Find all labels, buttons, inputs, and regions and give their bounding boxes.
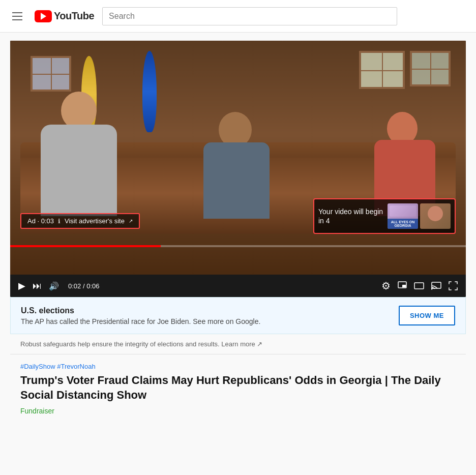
person-main-head	[61, 92, 97, 130]
video-title: Trump's Voter Fraud Claims May Hurt Repu…	[20, 373, 456, 402]
fundraiser-badge[interactable]: Fundraiser	[20, 407, 54, 415]
cast-button[interactable]	[431, 282, 441, 290]
header: YouTube	[0, 0, 476, 33]
ad-badge: Ad · 0:03 ℹ Visit advertiser's site ↗	[20, 213, 140, 229]
time-current: 0:02	[68, 282, 81, 290]
next-video-overlay[interactable]: Your video will begin in 4 ALL EYES ON G…	[313, 198, 456, 234]
hamburger-menu[interactable]	[8, 8, 26, 24]
ad-label: Ad · 0:03	[27, 217, 54, 225]
miniplayer-button[interactable]	[398, 281, 407, 290]
time-display: 0:02 / 0:06	[68, 282, 99, 290]
person-main-body	[41, 125, 117, 216]
search-input[interactable]	[102, 7, 397, 25]
person-mid	[203, 112, 270, 214]
person-main	[31, 92, 132, 224]
info-description: The AP has called the Presidential race …	[21, 317, 260, 325]
next-thumb-1: ALL EYES ON GEORGIA	[388, 203, 418, 229]
svg-rect-1	[402, 285, 406, 287]
video-scene[interactable]: Ad · 0:03 ℹ Visit advertiser's site ↗ Yo…	[10, 41, 466, 275]
video-tags[interactable]: #DailyShow #TrevorNoah	[20, 363, 456, 370]
play-button[interactable]: ▶	[18, 280, 25, 291]
youtube-icon	[35, 10, 52, 22]
window-left	[31, 56, 71, 92]
info-bar-left: U.S. elections The AP has called the Pre…	[21, 306, 260, 325]
window-right	[359, 51, 405, 89]
person-mid-body	[203, 142, 270, 219]
external-link-icon: ↗	[129, 218, 133, 224]
volume-button[interactable]: 🔊	[49, 281, 59, 291]
time-total: 0:06	[86, 282, 99, 290]
progress-bar-container[interactable]	[10, 245, 466, 247]
show-me-button[interactable]: SHOW ME	[399, 306, 455, 325]
settings-button[interactable]: ⚙	[381, 280, 391, 292]
svg-rect-2	[414, 283, 424, 289]
next-button[interactable]: ⏭	[33, 281, 42, 291]
next-video-text: Your video will begin in 4	[318, 207, 383, 225]
info-bar: U.S. elections The AP has called the Pre…	[10, 297, 466, 334]
visit-advertiser-link[interactable]: Visit advertiser's site	[65, 217, 125, 225]
youtube-wordmark: YouTube	[54, 10, 94, 22]
learn-more-link[interactable]: Learn more ↗	[221, 340, 262, 348]
integrity-notice: Robust safeguards help ensure the integr…	[10, 334, 466, 354]
next-thumb-2-face	[428, 206, 443, 221]
next-video-thumbnails: ALL EYES ON GEORGIA	[388, 203, 451, 229]
fullscreen-button[interactable]	[449, 281, 458, 290]
header-left: YouTube	[8, 8, 94, 24]
video-container: Ad · 0:03 ℹ Visit advertiser's site ↗ Yo…	[10, 41, 466, 297]
theater-button[interactable]	[414, 282, 424, 289]
video-controls-bar: ▶ ⏭ 🔊 0:02 / 0:06 ⚙	[10, 275, 466, 297]
progress-fill	[10, 245, 161, 247]
youtube-logo[interactable]: YouTube	[35, 10, 94, 22]
next-thumb-1-label: ALL EYES ON GEORGIA	[389, 220, 417, 228]
next-thumb-2	[420, 203, 451, 229]
ad-info-icon: ℹ	[58, 218, 61, 225]
guitar-blue	[142, 51, 157, 132]
main-content: Ad · 0:03 ℹ Visit advertiser's site ↗ Yo…	[0, 33, 476, 432]
info-title: U.S. elections	[21, 306, 260, 315]
window-far-right	[410, 51, 451, 86]
integrity-text: Robust safeguards help ensure the integr…	[20, 340, 220, 348]
video-info: #DailyShow #TrevorNoah Trump's Voter Fra…	[10, 354, 466, 424]
